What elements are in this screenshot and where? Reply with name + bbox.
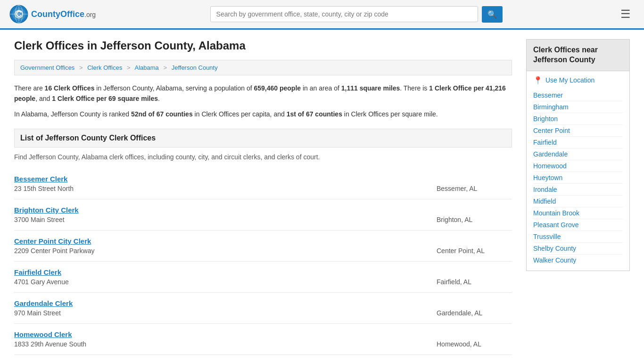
breadcrumb-sep-3: > xyxy=(163,64,167,71)
logo-area: C CountyOffice.org xyxy=(9,5,96,24)
sidebar-link-mountain-brook[interactable]: Mountain Brook xyxy=(533,207,623,219)
office-item-bessemer: Bessemer Clerk 23 15th Street North Bess… xyxy=(14,168,512,199)
stats-period: . xyxy=(158,95,160,102)
office-name-fairfield[interactable]: Fairfield Clerk xyxy=(14,268,512,276)
office-details-fairfield: 4701 Gary Avenue Fairfield, AL xyxy=(14,278,512,286)
office-location-centerpoint: Center Point, AL xyxy=(437,247,512,255)
office-details-gardendale: 970 Main Street Gardendale, AL xyxy=(14,309,512,317)
sidebar-link-birmingham[interactable]: Birmingham xyxy=(533,101,623,113)
stats-line2-mid: in Clerk Offices per capita, and xyxy=(193,110,287,118)
sidebar-link-gardendale[interactable]: Gardendale xyxy=(533,148,623,160)
office-details-bessemer: 23 15th Street North Bessemer, AL xyxy=(14,185,512,192)
breadcrumb-link-clerk[interactable]: Clerk Offices xyxy=(87,64,122,71)
stats-pre: There are xyxy=(14,84,45,92)
search-icon: 🔍 xyxy=(487,10,497,18)
office-address-gardendale: 970 Main Street xyxy=(14,309,61,317)
sidebar-link-pleasant-grove[interactable]: Pleasant Grove xyxy=(533,219,623,231)
breadcrumb-link-county[interactable]: Jefferson County xyxy=(172,64,218,71)
search-button[interactable]: 🔍 xyxy=(482,6,503,23)
office-address-centerpoint: 2209 Center Point Parkway xyxy=(14,247,94,255)
office-details-centerpoint: 2209 Center Point Parkway Center Point, … xyxy=(14,247,512,255)
sidebar-link-bessemer[interactable]: Bessemer xyxy=(533,90,623,101)
stats-line2-pre: In Alabama, Jefferson County is ranked xyxy=(14,110,131,118)
office-location-bessemer: Bessemer, AL xyxy=(437,185,512,192)
content-area: Clerk Offices in Jefferson County, Alaba… xyxy=(14,39,512,362)
sidebar-link-shelby-county[interactable]: Shelby County xyxy=(533,243,623,255)
sidebar-link-midfield[interactable]: Midfield xyxy=(533,196,623,207)
breadcrumb: Government Offices > Clerk Offices > Ala… xyxy=(14,60,512,75)
breadcrumb-link-state[interactable]: Alabama xyxy=(135,64,159,71)
main-container: Clerk Offices in Jefferson County, Alaba… xyxy=(0,30,644,362)
stats-count: 16 Clerk Offices xyxy=(45,84,95,92)
list-section-header: List of Jefferson County Clerk Offices xyxy=(14,129,512,148)
stats-rank-capita: 52nd of 67 counties xyxy=(131,110,193,118)
stats-area-pre: in an area of xyxy=(301,84,341,92)
sidebar-link-homewood[interactable]: Homewood xyxy=(533,160,623,172)
stats-population: 659,460 people xyxy=(254,84,301,92)
sidebar-link-fairfield[interactable]: Fairfield xyxy=(533,137,623,148)
stats-rank-sqmile: 1st of 67 counties xyxy=(287,110,342,118)
stats-line2-post: in Clerk Offices per square mile. xyxy=(342,110,438,118)
office-name-gardendale[interactable]: Gardendale Clerk xyxy=(14,299,512,307)
logo-text: CountyOffice.org xyxy=(31,9,96,19)
logo-icon: C xyxy=(9,5,28,24)
use-location-label: Use My Location xyxy=(545,76,594,84)
stats-mid: in Jefferson County, Alabama, serving a … xyxy=(94,84,254,92)
sidebar-link-centerpoint[interactable]: Center Point xyxy=(533,125,623,137)
sidebar-link-walker-county[interactable]: Walker County xyxy=(533,255,623,266)
sidebar-link-irondale[interactable]: Irondale xyxy=(533,184,623,196)
sidebar: Clerk Offices near Jefferson County 📍 Us… xyxy=(526,39,630,362)
sidebar-content: 📍 Use My Location Bessemer Birmingham Br… xyxy=(526,71,630,271)
location-icon: 📍 xyxy=(533,76,543,85)
search-input[interactable] xyxy=(210,6,478,22)
office-item-brighton: Brighton City Clerk 3700 Main Street Bri… xyxy=(14,199,512,230)
section-description: Find Jefferson County, Alabama clerk off… xyxy=(14,153,512,161)
office-details-homewood: 1833 29th Avenue South Homewood, AL xyxy=(14,340,512,348)
use-my-location-link[interactable]: 📍 Use My Location xyxy=(533,76,623,85)
office-item-fairfield: Fairfield Clerk 4701 Gary Avenue Fairfie… xyxy=(14,262,512,293)
office-item-gardendale: Gardendale Clerk 970 Main Street Gardend… xyxy=(14,293,512,324)
hamburger-icon: ☰ xyxy=(620,8,631,20)
office-address-homewood: 1833 29th Avenue South xyxy=(14,340,86,348)
stats-paragraph-1: There are 16 Clerk Offices in Jefferson … xyxy=(14,83,512,104)
breadcrumb-sep-2: > xyxy=(127,64,131,71)
sidebar-link-brighton[interactable]: Brighton xyxy=(533,113,623,125)
office-name-homewood[interactable]: Homewood Clerk xyxy=(14,330,512,338)
stats-per-sqmile: 1 Clerk Office per 69 square miles xyxy=(52,95,158,102)
office-name-brighton[interactable]: Brighton City Clerk xyxy=(14,206,512,214)
office-location-gardendale: Gardendale, AL xyxy=(437,309,512,317)
office-address-brighton: 3700 Main Street xyxy=(14,216,65,223)
breadcrumb-sep-1: > xyxy=(79,64,83,71)
page-title: Clerk Offices in Jefferson County, Alaba… xyxy=(14,39,512,52)
office-location-fairfield: Fairfield, AL xyxy=(437,278,512,286)
office-name-bessemer[interactable]: Bessemer Clerk xyxy=(14,175,512,183)
office-name-centerpoint[interactable]: Center Point City Clerk xyxy=(14,237,512,245)
office-location-homewood: Homewood, AL xyxy=(437,340,512,348)
stats-end: . There is xyxy=(400,84,429,92)
office-location-brighton: Brighton, AL xyxy=(437,216,512,223)
search-area: 🔍 xyxy=(210,6,503,23)
menu-button[interactable]: ☰ xyxy=(617,6,635,23)
office-item-centerpoint: Center Point City Clerk 2209 Center Poin… xyxy=(14,230,512,262)
office-item-homewood: Homewood Clerk 1833 29th Avenue South Ho… xyxy=(14,324,512,355)
office-item-hueytown: Hueytown City Clerk xyxy=(14,355,512,362)
stats-area: 1,111 square miles xyxy=(341,84,400,92)
office-address-bessemer: 23 15th Street North xyxy=(14,185,74,192)
office-details-brighton: 3700 Main Street Brighton, AL xyxy=(14,216,512,223)
stats-paragraph-2: In Alabama, Jefferson County is ranked 5… xyxy=(14,109,512,119)
office-address-fairfield: 4701 Gary Avenue xyxy=(14,278,69,286)
sidebar-link-trussville[interactable]: Trussville xyxy=(533,231,623,243)
sidebar-link-hueytown[interactable]: Hueytown xyxy=(533,172,623,184)
site-header: C CountyOffice.org 🔍 ☰ xyxy=(0,0,644,30)
breadcrumb-link-gov[interactable]: Government Offices xyxy=(20,64,74,71)
sidebar-title: Clerk Offices near Jefferson County xyxy=(526,39,630,71)
stats-end2: , and xyxy=(35,95,52,102)
